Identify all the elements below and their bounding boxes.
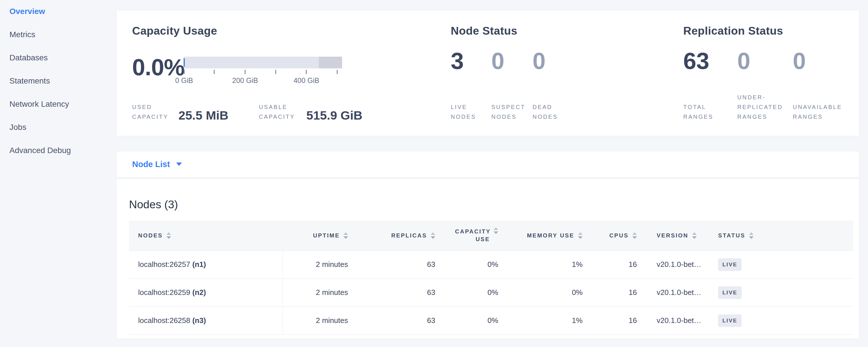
usable-capacity-label: Usable Capacity xyxy=(259,102,302,122)
sidebar: Overview Metrics Databases Statements Ne… xyxy=(9,7,113,170)
sort-icon xyxy=(343,232,348,239)
total-ranges-label: Total Ranges xyxy=(683,102,733,122)
cpus-cell: 16 xyxy=(584,251,638,278)
under-replicated-ranges-value: 0 xyxy=(737,49,793,73)
capacity-gauge-tick-labels: 0 GiB 200 GiB 400 GiB xyxy=(184,76,342,84)
axis-tick xyxy=(337,70,338,74)
cpus-cell: 16 xyxy=(584,307,638,335)
column-header-version[interactable]: Version xyxy=(638,221,718,250)
column-header-nodes[interactable]: Nodes xyxy=(129,221,283,250)
suspect-nodes-value: 0 xyxy=(491,49,532,73)
node-address-cell[interactable]: localhost:26258 (n3) xyxy=(129,307,283,335)
axis-tick xyxy=(214,70,215,74)
column-header-replicas[interactable]: Replicas xyxy=(349,221,436,250)
table-row: localhost:26259 (n2) 2 minutes 63 0% 0% … xyxy=(129,279,853,307)
node-address-cell[interactable]: localhost:26257 (n1) xyxy=(129,251,283,278)
status-cell: Live xyxy=(718,307,853,335)
nodes-table-body: localhost:26257 (n1) 2 minutes 63 0% 1% … xyxy=(129,251,853,335)
capacity-usage-title: Capacity Usage xyxy=(132,25,451,37)
table-row: localhost:26258 (n3) 2 minutes 63 0% 1% … xyxy=(129,307,853,335)
node-list-dropdown-label: Node List xyxy=(132,160,170,169)
sidebar-item-network-latency[interactable]: Network Latency xyxy=(9,100,113,108)
node-status-labels: Live Nodes Suspect Nodes Dead Nodes xyxy=(451,102,683,136)
version-cell: v20.1.0-bet… xyxy=(638,251,718,278)
nodes-table-header: Nodes Uptime Replicas Capacity Use Memor… xyxy=(129,221,853,251)
version-cell: v20.1.0-bet… xyxy=(638,279,718,306)
table-row: localhost:26257 (n1) 2 minutes 63 0% 1% … xyxy=(129,251,853,279)
node-status-section: Node Status 3 0 0 Live Nodes Suspect Nod… xyxy=(451,10,683,136)
node-list-dropdown[interactable]: Node List xyxy=(132,160,182,169)
sort-icon xyxy=(494,227,498,234)
chevron-down-icon xyxy=(176,162,182,166)
capacity-gauge-used-marker xyxy=(184,58,185,67)
capacity-use-cell: 0% xyxy=(436,279,499,306)
replication-status-section: Replication Status 63 0 0 Total Ranges U… xyxy=(683,10,843,136)
uptime-cell: 2 minutes xyxy=(283,279,349,306)
used-capacity-value: 25.5 MiB xyxy=(179,108,240,122)
node-status-title: Node Status xyxy=(451,25,683,37)
axis-tick xyxy=(245,70,245,74)
replication-status-title: Replication Status xyxy=(683,25,843,37)
column-header-status[interactable]: Status xyxy=(718,221,853,250)
node-address-cell[interactable]: localhost:26259 (n2) xyxy=(129,279,283,306)
view-selector-card: Node List xyxy=(116,151,860,177)
status-cell: Live xyxy=(718,279,853,306)
column-header-memory-use[interactable]: Memory Use xyxy=(499,221,584,250)
axis-tick-label: 400 GiB xyxy=(293,76,319,85)
nodes-table-card: Nodes (3) Nodes Uptime Replicas Capacity… xyxy=(116,179,860,339)
column-header-uptime[interactable]: Uptime xyxy=(283,221,349,250)
uptime-cell: 2 minutes xyxy=(283,307,349,335)
sidebar-item-overview[interactable]: Overview xyxy=(9,7,113,15)
capacity-use-cell: 0% xyxy=(436,307,499,335)
node-id xyxy=(190,260,192,269)
sort-icon xyxy=(578,232,583,239)
suspect-nodes-label: Suspect Nodes xyxy=(491,102,527,122)
under-replicated-ranges-label: Under-Replicated Ranges xyxy=(737,92,786,122)
dead-nodes-value: 0 xyxy=(532,49,546,73)
sort-icon xyxy=(431,232,435,239)
memory-use-cell: 1% xyxy=(499,251,584,278)
status-badge: Live xyxy=(718,314,742,327)
memory-use-cell: 1% xyxy=(499,307,584,335)
sort-icon xyxy=(166,232,171,239)
capacity-stats-row: Used Capacity 25.5 MiB Usable Capacity 5… xyxy=(132,102,451,136)
replicas-cell: 63 xyxy=(349,251,436,278)
status-cell: Live xyxy=(718,251,853,278)
sort-icon xyxy=(749,232,753,239)
sort-icon xyxy=(692,232,697,239)
cpus-cell: 16 xyxy=(584,279,638,306)
unavailable-ranges-label: Unavailable Ranges xyxy=(793,102,842,122)
capacity-usage-section: Capacity Usage 0.0% 0 GiB 200 xyxy=(132,10,451,136)
sidebar-item-metrics[interactable]: Metrics xyxy=(9,31,113,39)
live-nodes-label: Live Nodes xyxy=(451,102,487,122)
capacity-gauge-reserved-segment xyxy=(319,57,342,68)
dead-nodes-label: Dead Nodes xyxy=(532,102,568,122)
column-header-capacity-use[interactable]: Capacity Use xyxy=(436,221,499,250)
node-id xyxy=(190,288,192,297)
status-badge: Live xyxy=(718,286,742,299)
memory-use-cell: 0% xyxy=(499,279,584,306)
nodes-heading: Nodes (3) xyxy=(129,198,846,211)
sort-icon xyxy=(632,232,637,239)
used-capacity-label: Used Capacity xyxy=(132,102,174,122)
cluster-summary-card: Capacity Usage 0.0% 0 GiB 200 xyxy=(116,10,860,136)
axis-tick xyxy=(275,70,276,74)
replicas-cell: 63 xyxy=(349,307,436,335)
nodes-table: Nodes Uptime Replicas Capacity Use Memor… xyxy=(129,221,853,335)
axis-tick-label: 200 GiB xyxy=(232,76,258,85)
capacity-gauge-bar xyxy=(184,57,342,68)
replication-labels: Total Ranges Under-Replicated Ranges Una… xyxy=(683,92,843,136)
column-header-cpus[interactable]: CPUs xyxy=(584,221,638,250)
sidebar-item-jobs[interactable]: Jobs xyxy=(9,123,113,131)
sidebar-item-databases[interactable]: Databases xyxy=(9,54,113,62)
capacity-use-cell: 0% xyxy=(436,251,499,278)
sidebar-item-statements[interactable]: Statements xyxy=(9,77,113,85)
axis-tick xyxy=(306,70,307,74)
live-nodes-value: 3 xyxy=(451,49,491,73)
capacity-gauge-row: 0.0% 0 GiB 200 GiB 400 GiB xyxy=(132,50,451,84)
sidebar-item-advanced-debug[interactable]: Advanced Debug xyxy=(9,147,113,155)
axis-tick xyxy=(184,70,184,74)
capacity-gauge: 0 GiB 200 GiB 400 GiB xyxy=(184,50,342,84)
replicas-cell: 63 xyxy=(349,279,436,306)
replication-values: 63 0 0 xyxy=(683,49,843,73)
